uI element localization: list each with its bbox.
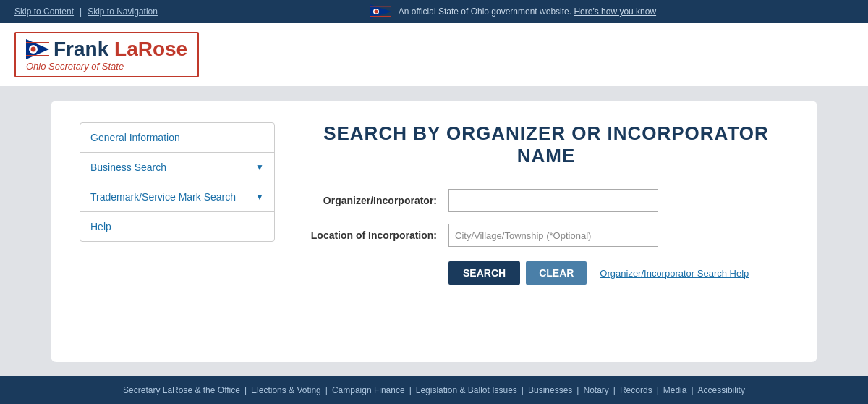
heres-how-link[interactable]: Here's how you know <box>574 7 656 17</box>
skip-to-content[interactable]: Skip to Content <box>14 7 74 17</box>
location-label: Location of Incorporation: <box>304 230 448 241</box>
business-arrow-icon: ▼ <box>255 162 264 172</box>
location-input[interactable] <box>448 224 658 247</box>
organizer-row: Organizer/Incorporator: <box>304 189 788 212</box>
button-row: SEARCH CLEAR Organizer/Incorporator Sear… <box>448 261 788 285</box>
ohio-flag-icon <box>370 4 391 19</box>
sidebar: General Information Business Search ▼ Tr… <box>80 122 275 340</box>
official-text: An official State of Ohio government web… <box>399 7 656 17</box>
skip-links: Skip to Content | Skip to Navigation <box>14 7 158 17</box>
sidebar-item-help[interactable]: Help <box>80 211 275 242</box>
sidebar-item-general[interactable]: General Information <box>80 122 275 153</box>
search-help-link[interactable]: Organizer/Incorporator Search Help <box>600 268 749 279</box>
search-card: General Information Business Search ▼ Tr… <box>51 101 817 362</box>
trademark-arrow-icon: ▼ <box>255 192 264 202</box>
footer-link-secretary[interactable]: Secretary LaRose & the Office <box>123 385 240 395</box>
location-row: Location of Incorporation: <box>304 224 788 247</box>
clear-button[interactable]: CLEAR <box>526 261 587 285</box>
skip-to-navigation[interactable]: Skip to Navigation <box>88 7 158 17</box>
search-section: SEARCH BY ORGANIZER OR INCORPORATOR NAME… <box>304 122 788 340</box>
header: Frank LaRose Ohio Secretary of State <box>0 23 868 86</box>
top-bar: Skip to Content | Skip to Navigation An … <box>0 0 868 23</box>
svg-point-2 <box>374 10 378 14</box>
footer: Secretary LaRose & the Office | Election… <box>0 376 868 404</box>
footer-link-elections[interactable]: Elections & Voting <box>251 385 321 395</box>
main-content: General Information Business Search ▼ Tr… <box>0 86 868 376</box>
organizer-input[interactable] <box>448 189 658 212</box>
logo-flag-icon <box>26 38 49 61</box>
footer-link-legislation[interactable]: Legislation & Ballot Issues <box>416 385 517 395</box>
logo-name: Frank LaRose <box>54 38 187 61</box>
footer-link-businesses[interactable]: Businesses <box>528 385 572 395</box>
official-notice: An official State of Ohio government web… <box>172 4 854 19</box>
footer-link-records[interactable]: Records <box>620 385 652 395</box>
logo-subtitle: Ohio Secretary of State <box>26 61 187 72</box>
svg-point-7 <box>31 47 36 52</box>
organizer-label: Organizer/Incorporator: <box>304 195 448 206</box>
search-button[interactable]: SEARCH <box>448 261 520 285</box>
search-title: SEARCH BY ORGANIZER OR INCORPORATOR NAME <box>304 122 788 167</box>
sidebar-item-trademark[interactable]: Trademark/Service Mark Search ▼ <box>80 182 275 212</box>
footer-link-accessibility[interactable]: Accessibility <box>698 385 745 395</box>
footer-link-campaign[interactable]: Campaign Finance <box>332 385 405 395</box>
sidebar-item-business[interactable]: Business Search ▼ <box>80 152 275 182</box>
logo: Frank LaRose Ohio Secretary of State <box>14 32 199 77</box>
footer-link-notary[interactable]: Notary <box>583 385 608 395</box>
footer-link-media[interactable]: Media <box>663 385 687 395</box>
